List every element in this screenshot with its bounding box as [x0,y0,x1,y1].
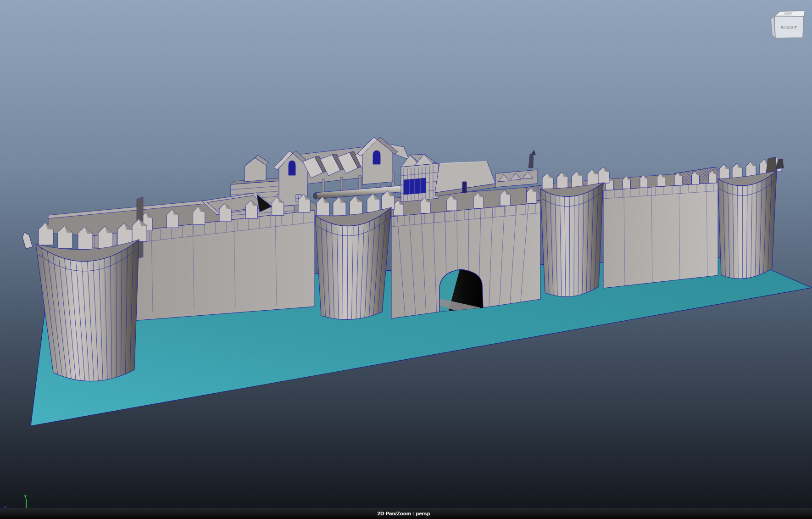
timber-frame-house [401,154,439,202]
view-cube-face-label[interactable]: RIGHT [780,25,797,30]
arched-window [289,161,295,175]
view-cube[interactable]: RIGHT [771,11,805,38]
tower-4[interactable] [718,157,782,279]
tower-3[interactable] [540,167,609,296]
view-cube-top-label-blur [784,12,792,15]
arched-window [373,151,380,164]
tower-2[interactable] [315,190,395,319]
maya-viewport[interactable]: RIGHT Y Z X 2D Pan/Zoom : persp [0,0,812,519]
chimney [462,182,467,193]
viewport-canvas[interactable]: RIGHT Y Z X 2D Pan/Zoom : persp [0,0,812,519]
y-axis-label: Y [24,494,27,499]
status-bar: 2D Pan/Zoom : persp [0,508,812,519]
pan-zoom-status-label: 2D Pan/Zoom : persp [377,511,430,516]
tower-body[interactable] [540,183,603,296]
tower-1[interactable] [36,219,147,381]
